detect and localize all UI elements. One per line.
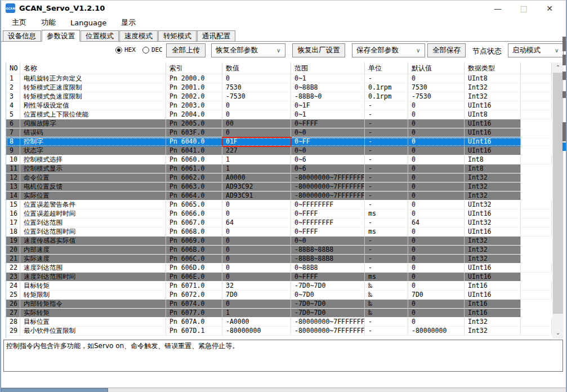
factory-reset-button[interactable]: 恢复出厂设置: [292, 43, 345, 57]
cell-filler: [521, 173, 552, 182]
cell-no: 26: [6, 300, 20, 308]
cell-name: 实际速度: [20, 255, 166, 263]
vertical-scrollbar[interactable]: ⌃ ⌄: [552, 63, 564, 338]
cell-no: 6: [6, 119, 20, 128]
cell-type: UInt16: [465, 101, 521, 110]
cell-index: Pn 606C.0: [166, 255, 222, 263]
tab-1[interactable]: 参数设置: [42, 30, 80, 42]
vertical-scrollbar-thumb[interactable]: [553, 73, 563, 314]
cell-type: Int32: [465, 318, 521, 326]
menu-function[interactable]: 功能: [34, 16, 63, 29]
cell-no: 11: [6, 164, 20, 173]
edge-artifact: [562, 91, 566, 98]
table-row-5[interactable]: 5位置模式上下限位使能Pn 2004.000~1-0UInt8: [6, 110, 552, 119]
table-row-24[interactable]: 24目标转矩Pn 6071.032-7D0~7D0‰0Int16: [6, 282, 552, 291]
table-row-2[interactable]: 2转矩模式正速度限制Pn 2001.075300~88B80.1rpm7530I…: [6, 83, 552, 92]
cell-unit: -: [365, 137, 408, 146]
cell-value: 0: [222, 273, 291, 281]
tab-2[interactable]: 位置模式: [81, 30, 119, 41]
cell-filler: [521, 237, 552, 245]
hex-radio[interactable]: HEX: [115, 46, 136, 54]
cell-value: 7D0: [222, 291, 291, 299]
cell-filler: [521, 101, 552, 110]
tab-0[interactable]: 设备信息: [3, 30, 41, 41]
table-row-27[interactable]: 27实际转矩Pn 6077.01-7D0~7D0‰0Int16: [6, 309, 552, 318]
cell-def: 0: [408, 264, 465, 272]
table-row-9[interactable]: 9状态字Pn 6041.02270~0-0UInt16: [6, 146, 552, 155]
node-mode-combo[interactable]: 启动模式 ∨: [508, 43, 564, 57]
menu-language[interactable]: Language: [63, 17, 114, 28]
table-row-4[interactable]: 4刚性等级设定值Pn 2003.000~1F-0UInt16: [6, 101, 552, 110]
table-row-6[interactable]: 6伺服故障字Pn 2005.0000~FFFF-0UInt16: [6, 119, 552, 128]
minimize-button[interactable]: —: [485, 1, 511, 16]
table-row-23[interactable]: 23速度到达范围时间Pn 606E.000~FFFFms0UInt16: [6, 273, 552, 282]
dec-radio-circle: [142, 47, 149, 54]
upload-all-button[interactable]: 全部上传: [166, 43, 206, 57]
table-row-19[interactable]: 19速度传感器实际值Pn 6069.000~0-0Int32: [6, 237, 552, 246]
cell-def: 0: [408, 255, 465, 263]
cell-unit: -: [365, 119, 408, 128]
cell-value: 1: [222, 164, 291, 173]
cell-index: Pn 6040.0: [166, 137, 222, 146]
table-row-8[interactable]: 8控制字Pn 6040.001F0~FF-0UInt16: [6, 137, 552, 146]
horizontal-scrollbar-thumb[interactable]: [1, 388, 108, 392]
table-row-11[interactable]: 11控制模式显示Pn 6061.010~6-0Int8: [6, 164, 552, 173]
table-row-3[interactable]: 3转矩模式负速度限制Pn 2002.0-7530-88B8~00.1rpm-75…: [6, 92, 552, 101]
table-row-16[interactable]: 16位置误差超时时间Pn 6066.000~FFFFms0UInt16: [6, 210, 552, 219]
cell-range: -80000000~7FFFFFFF: [291, 173, 365, 182]
cell-index: Pn 6064.0: [166, 191, 222, 200]
cell-no: 12: [6, 173, 20, 182]
cell-range: 0~0: [291, 237, 365, 245]
cell-no: 24: [6, 282, 20, 290]
restore-all-combo[interactable]: 恢复全部参数 ∨: [211, 43, 285, 57]
menu-home[interactable]: 主页: [5, 16, 34, 29]
cell-name: 控制模式选择: [20, 155, 166, 164]
table-row-17[interactable]: 17位置到达范围Pn 6067.0640~FFFFFFFF-64UInt32: [6, 219, 552, 228]
scroll-down-icon[interactable]: ⌄: [552, 328, 564, 337]
cell-unit: -: [365, 110, 408, 119]
cell-range: -80000000~7FFFFFFF: [291, 182, 365, 191]
table-row-22[interactable]: 22速度到达范围Pn 606D.000~88B8-0UInt16: [6, 264, 552, 273]
table-row-12[interactable]: 12命令位置Pn 6062.0A0000-80000000~7FFFFFFF-0…: [6, 173, 552, 182]
tab-3[interactable]: 速度模式: [119, 30, 158, 41]
save-params-combo[interactable]: 保存全部参数 ∨: [352, 43, 425, 57]
table-row-29[interactable]: 29最小软件位置限制Pn 607D.1-80000000-80000000~7F…: [6, 327, 552, 336]
cell-range: 0~1F: [291, 101, 365, 110]
cell-unit: -: [365, 318, 408, 326]
menu-display[interactable]: 显示: [114, 16, 143, 29]
edge-artifact: [562, 72, 566, 80]
close-button[interactable]: ✕: [537, 1, 562, 16]
cell-unit: ms: [365, 210, 408, 218]
cell-type: Int16: [465, 282, 521, 290]
cell-filler: [521, 282, 552, 290]
column-header-type: 数据类型: [465, 63, 521, 74]
save-all-button[interactable]: 全部保存: [427, 43, 466, 57]
table-row-14[interactable]: 14实际位置Pn 6064.0AD93C91-80000000~7FFFFFFF…: [6, 191, 552, 201]
table-row-26[interactable]: 26内部转矩指令Pn 6074.00-7D0~7D0‰0Int16: [6, 300, 552, 309]
table-row-21[interactable]: 21实际速度Pn 606C.00-88B8~88B8-0Int32: [6, 255, 552, 264]
cell-name: 实际转矩: [20, 309, 166, 317]
hex-radio-circle: [115, 47, 122, 54]
cell-range: -7D0~7D0: [291, 309, 365, 317]
cell-index: Pn 2002.0: [166, 92, 222, 101]
table-row-28[interactable]: 28目标位置Pn 607A.0-A0000-80000000~7FFFFFFF-…: [6, 318, 552, 327]
table-row-13[interactable]: 13电机位置反馈Pn 6063.0AD93C92-80000000~7FFFFF…: [6, 182, 552, 191]
horizontal-scrollbar[interactable]: [1, 388, 566, 392]
maximize-button[interactable]: □: [511, 1, 537, 16]
table-row-7[interactable]: 7错误码Pn 603F.000~0-0UInt16: [6, 128, 552, 137]
cell-no: 8: [6, 137, 20, 146]
table-row-20[interactable]: 20内部速度Pn 606B.00-88B8~88B8-0Int32: [6, 246, 552, 255]
tab-4[interactable]: 转矩模式: [158, 30, 197, 41]
table-row-10[interactable]: 10控制模式选择Pn 6060.010~6-0Int8: [6, 155, 552, 164]
table-row-25[interactable]: 25转矩限制Pn 6072.07D00~7D0‰7D0UInt16: [6, 291, 552, 300]
table-row-18[interactable]: 18位置到达范围时间Pn 6068.000~FFFFms0UInt16: [6, 228, 552, 237]
dec-radio[interactable]: DEC: [142, 46, 163, 54]
cell-type: UInt16: [465, 228, 521, 236]
table-row-15[interactable]: 15位置误差警告条件Pn 6065.000~FFFFFFFF-0UInt32: [6, 201, 552, 210]
table-row-1[interactable]: 1电机旋转正方向定义Pn 2000.000~1-0UInt8: [6, 74, 552, 83]
scroll-up-icon[interactable]: ⌃: [552, 63, 564, 72]
cell-def: 64: [408, 219, 465, 227]
tab-5[interactable]: 通讯配置: [197, 30, 235, 41]
cell-no: 4: [6, 101, 20, 110]
cell-range: 0~6: [291, 155, 365, 164]
